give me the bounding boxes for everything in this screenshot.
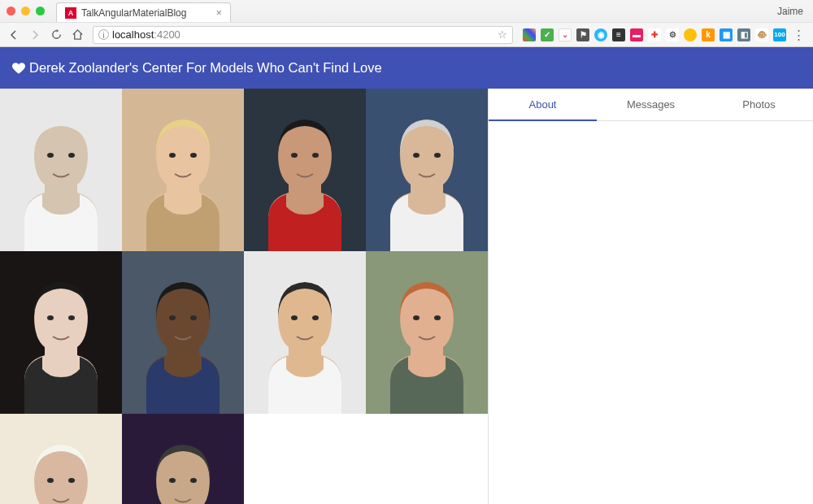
browser-menu-button[interactable]: ⋮: [789, 28, 808, 42]
image-grid: [0, 89, 488, 504]
tab-photos[interactable]: Photos: [705, 89, 813, 120]
svg-point-13: [47, 315, 54, 320]
profile-name[interactable]: Jaime: [777, 6, 803, 17]
grid-image[interactable]: [122, 251, 244, 414]
grid-image[interactable]: [366, 251, 488, 414]
tab-title: TalkAngularMaterialBlog: [81, 7, 186, 19]
svg-point-20: [312, 315, 319, 320]
svg-point-23: [434, 315, 441, 320]
svg-point-10: [413, 153, 420, 158]
svg-point-1: [47, 153, 54, 158]
browser-chrome: A TalkAngularMaterialBlog × Jaime i loca…: [0, 0, 813, 47]
extension-icon[interactable]: ◉: [594, 28, 607, 41]
pocket-icon[interactable]: ⌄: [559, 28, 572, 41]
app-body: About Messages Photos: [0, 89, 813, 504]
extension-icon[interactable]: ▬: [630, 28, 643, 41]
svg-point-25: [47, 478, 54, 483]
extension-icon[interactable]: k: [702, 28, 715, 41]
tab-about[interactable]: About: [489, 89, 597, 120]
extension-icon[interactable]: ⚑: [576, 28, 589, 41]
grid-image[interactable]: [0, 414, 122, 504]
extension-icon[interactable]: ✚: [648, 28, 661, 41]
bookmark-star-icon[interactable]: ☆: [498, 28, 507, 41]
site-info-icon[interactable]: i: [98, 29, 109, 40]
home-button[interactable]: [68, 26, 86, 44]
app-header: Derek Zoolander's Center For Models Who …: [0, 47, 813, 89]
grid-image[interactable]: [244, 251, 366, 414]
close-window-button[interactable]: [7, 7, 15, 15]
buffer-icon[interactable]: ≡: [612, 28, 625, 41]
svg-point-4: [169, 153, 176, 158]
svg-point-14: [68, 315, 75, 320]
svg-point-22: [413, 315, 420, 320]
titlebar: A TalkAngularMaterialBlog × Jaime: [0, 0, 813, 22]
svg-point-16: [169, 315, 176, 320]
grid-image[interactable]: [122, 89, 244, 251]
close-tab-icon[interactable]: ×: [215, 7, 222, 19]
angular-favicon: A: [65, 7, 76, 19]
grid-image[interactable]: [122, 414, 244, 504]
svg-point-19: [291, 315, 298, 320]
svg-point-11: [434, 153, 441, 158]
extension-icon[interactable]: ⚙: [666, 28, 679, 41]
svg-point-26: [68, 478, 75, 483]
grid-image[interactable]: [0, 251, 122, 414]
svg-point-2: [68, 153, 75, 158]
svg-point-7: [291, 153, 298, 158]
grid-image[interactable]: [366, 89, 488, 251]
svg-point-8: [312, 153, 319, 158]
extension-icon[interactable]: ◧: [737, 28, 750, 41]
url-port: :4200: [154, 28, 180, 41]
maximize-window-button[interactable]: [36, 7, 45, 15]
extension-icons: ✓ ⌄ ⚑ ◉ ≡ ▬ ✚ ⚙ k ▦ ◧ 🐵 100: [520, 28, 786, 41]
extension-icon[interactable]: ▦: [720, 28, 733, 41]
forward-button: [26, 26, 44, 44]
right-panel: About Messages Photos: [488, 89, 813, 504]
extension-icon[interactable]: 🐵: [755, 28, 768, 41]
minimize-window-button[interactable]: [21, 7, 30, 15]
extension-icon[interactable]: [684, 28, 697, 41]
reload-button[interactable]: [47, 26, 65, 44]
svg-point-17: [190, 315, 197, 320]
url-host: localhost: [112, 28, 154, 41]
window-controls: [7, 7, 45, 15]
extension-icon[interactable]: 100: [773, 28, 786, 41]
url-input[interactable]: i localhost:4200 ☆: [93, 26, 513, 44]
grid-image[interactable]: [0, 89, 122, 251]
heart-icon: [11, 61, 26, 76]
extension-icon[interactable]: [523, 28, 536, 41]
tabs: About Messages Photos: [489, 89, 813, 121]
extension-icon[interactable]: ✓: [541, 28, 554, 41]
browser-tab[interactable]: A TalkAngularMaterialBlog ×: [56, 2, 231, 22]
page-title: Derek Zoolander's Center For Models Who …: [29, 60, 382, 76]
address-bar-row: i localhost:4200 ☆ ✓ ⌄ ⚑ ◉ ≡ ▬ ✚ ⚙ k ▦ ◧…: [0, 22, 813, 46]
svg-point-5: [190, 153, 197, 158]
tab-messages[interactable]: Messages: [597, 89, 705, 120]
svg-point-29: [190, 478, 197, 483]
back-button[interactable]: [5, 26, 23, 44]
svg-point-28: [169, 478, 176, 483]
grid-image[interactable]: [244, 89, 366, 251]
